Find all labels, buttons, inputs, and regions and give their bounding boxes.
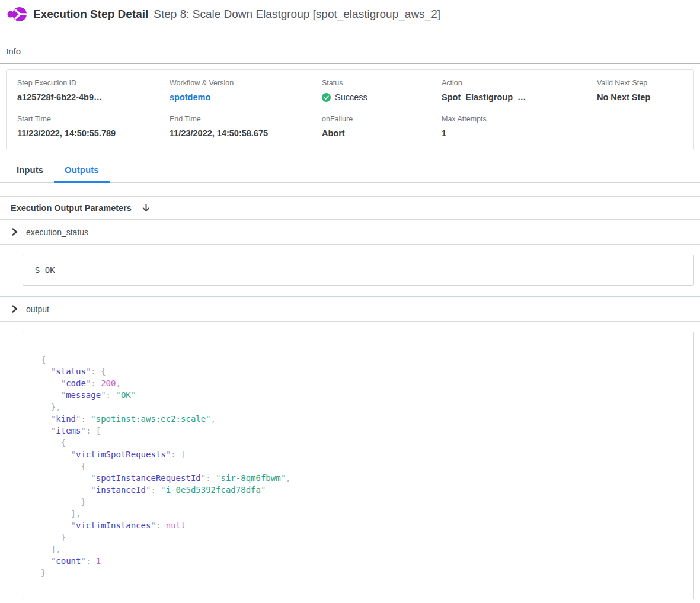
code-line: "kind": "spotinst:aws:ec2:scale", <box>41 413 682 425</box>
info-section-label: Info <box>6 46 700 56</box>
page-title: Execution Step Detail <box>33 8 148 21</box>
field-workflow-version: Workflow & Version spotdemo <box>170 79 322 102</box>
code-line: } <box>41 496 682 508</box>
page-subtitle: Step 8: Scale Down Elastgroup [spot_elas… <box>154 8 440 21</box>
field-label: Start Time <box>17 115 170 123</box>
workflow-link[interactable]: spotdemo <box>170 92 322 102</box>
field-value: 11/23/2022, 14:50:58.675 <box>170 129 322 138</box>
chevron-right-icon <box>11 305 18 313</box>
success-check-icon <box>322 93 331 102</box>
info-divider <box>0 63 700 64</box>
code-line: "victimInstances": null <box>41 519 682 531</box>
field-label: Status <box>322 79 442 87</box>
code-line: "spotInstanceRequestId": "sir-8qm6fbwm", <box>41 472 682 484</box>
field-action: Action Spot_Elastigroup_… <box>442 79 597 102</box>
field-max-attempts: Max Attempts 1 <box>442 115 597 138</box>
group-row-output[interactable]: output <box>0 297 700 322</box>
status-badge: Success <box>322 92 442 102</box>
field-label: onFailure <box>322 115 442 123</box>
field-onfailure: onFailure Abort <box>322 115 442 138</box>
info-card: Step Execution ID a125728f-6b22-4b9… Wor… <box>6 69 694 150</box>
tab-bar: Inputs Outputs <box>0 159 700 183</box>
code-line: { <box>41 460 682 472</box>
code-line: ], <box>41 508 682 519</box>
code-line: }, <box>41 401 682 413</box>
field-value: 1 <box>442 129 597 138</box>
field-label: Workflow & Version <box>170 79 322 87</box>
code-line: "items": [ <box>41 425 682 437</box>
download-icon[interactable] <box>141 203 151 213</box>
code-line: } <box>41 567 682 579</box>
chevron-right-icon <box>11 228 18 236</box>
group-label: execution_status <box>26 227 88 237</box>
code-line: "message": "OK" <box>41 389 682 401</box>
field-label: End Time <box>170 115 322 123</box>
app-header: Execution Step Detail Step 8: Scale Down… <box>0 0 700 28</box>
tab-outputs[interactable]: Outputs <box>54 159 110 183</box>
group-label: output <box>26 304 49 314</box>
group-row-execution-status[interactable]: execution_status <box>0 220 700 245</box>
field-label: Max Attempts <box>442 115 597 123</box>
code-line: "instanceId": "i-0e5d5392fcad78dfa" <box>41 484 682 496</box>
field-value: No Next Step <box>597 92 693 102</box>
output-parameters-title: Execution Output Parameters <box>11 203 132 213</box>
code-line: "code": 200, <box>41 377 682 389</box>
status-text: Success <box>335 92 367 102</box>
output-parameters-header: Execution Output Parameters <box>0 196 700 220</box>
code-line: "status": { <box>41 365 682 377</box>
field-status: Status Success <box>322 79 442 102</box>
field-valid-next-step: Valid Next Step No Next Step <box>597 79 693 102</box>
field-step-execution-id: Step Execution ID a125728f-6b22-4b9… <box>17 79 170 102</box>
code-line: { <box>41 354 682 365</box>
code-line: } <box>41 531 682 543</box>
field-value: a125728f-6b22-4b9… <box>17 92 170 102</box>
field-start-time: Start Time 11/23/2022, 14:50:55.789 <box>17 115 170 138</box>
code-line: { <box>41 437 682 448</box>
code-line: "victimSpotRequests": [ <box>41 448 682 460</box>
field-label: Valid Next Step <box>597 79 693 87</box>
code-line: "count": 1 <box>41 555 682 567</box>
field-value: Spot_Elastigroup_… <box>442 92 597 102</box>
field-value: 11/23/2022, 14:50:55.789 <box>17 129 170 138</box>
spot-logo-icon <box>7 5 27 23</box>
code-line: ], <box>41 543 682 555</box>
field-label: Action <box>442 79 597 87</box>
execution-status-value: S_OK <box>23 255 694 286</box>
output-json-code: { "status": { "code": 200, "message": "O… <box>23 332 694 599</box>
field-label: Step Execution ID <box>17 79 170 87</box>
field-value: Abort <box>322 129 442 138</box>
field-end-time: End Time 11/23/2022, 14:50:58.675 <box>170 115 322 138</box>
tab-inputs[interactable]: Inputs <box>6 159 54 183</box>
